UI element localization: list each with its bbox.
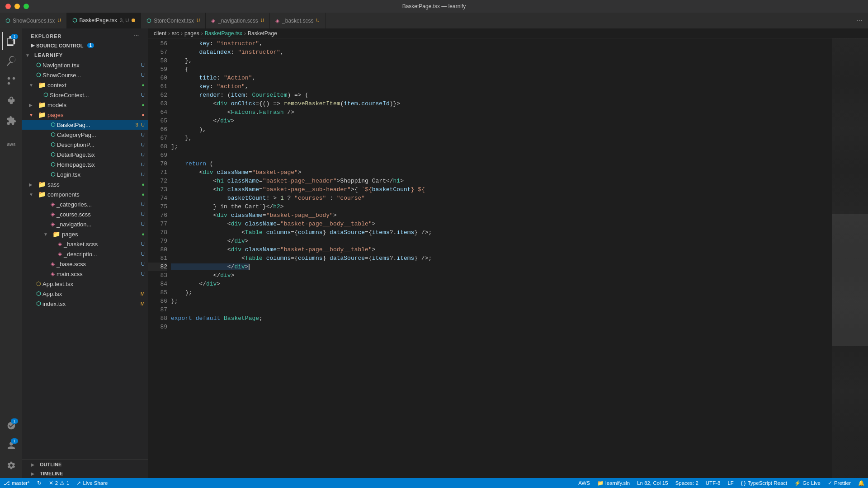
status-notifications[interactable]: 🔔	[854, 478, 868, 488]
source-control-section[interactable]: ▶ SOURCE CONTROL 1	[22, 41, 148, 50]
code-text[interactable]: key: "instructor", dataIndex: "instructo…	[171, 38, 832, 478]
breadcrumb-pages[interactable]: pages	[184, 30, 199, 37]
folder-label: sass	[47, 181, 60, 188]
tsx-icon: ⬡	[51, 161, 55, 168]
svg-point-0	[8, 82, 10, 85]
chevron-down-icon: ▼	[29, 192, 36, 197]
file-basketpage[interactable]: ⬡ BasketPag... 3, U	[22, 120, 148, 130]
status-errors[interactable]: ✕ 2 ⚠ 1	[45, 478, 73, 488]
scss-icon: ◈	[51, 271, 55, 277]
file-navigation-tsx[interactable]: ⬡ Navigation.tsx U	[22, 60, 148, 70]
status-encoding[interactable]: UTF-8	[702, 478, 724, 488]
folder-models[interactable]: ▶ 📁 models ●	[22, 100, 148, 110]
solution-name: learnify.sln	[605, 480, 630, 486]
folder-pages-sub[interactable]: ▼ 📁 pages ●	[22, 229, 148, 239]
tabs-actions: ⋯	[854, 15, 868, 26]
error-icon: ✕	[49, 480, 53, 486]
tab-basketpage[interactable]: ⬡ BasketPage.tsx 3, U	[67, 13, 142, 28]
explorer-badge: 1	[11, 34, 18, 39]
file-app-test[interactable]: ⬡ App.test.tsx	[22, 279, 148, 289]
status-language[interactable]: { } TypeScript React	[737, 478, 791, 488]
file-badge: U	[141, 271, 148, 277]
file-app-tsx[interactable]: ⬡ App.tsx M	[22, 289, 148, 299]
more-actions-icon[interactable]: ⋯	[134, 33, 139, 39]
status-golive[interactable]: ⚡ Go Live	[791, 478, 824, 488]
breadcrumb-src[interactable]: src	[172, 30, 179, 37]
activity-git[interactable]	[2, 72, 20, 90]
status-aws[interactable]: AWS	[575, 478, 594, 488]
folder-context[interactable]: ▼ 📁 context ●	[22, 80, 148, 90]
status-sync[interactable]: ↻	[33, 478, 45, 488]
file-label: _basket.scss	[64, 241, 98, 248]
file-label: Login.tsx	[57, 171, 80, 178]
status-liveshare[interactable]: ↗ Live Share	[73, 478, 111, 488]
maximize-button[interactable]	[24, 4, 29, 9]
breadcrumb-sep: ›	[244, 30, 246, 37]
file-badge: U	[141, 172, 148, 177]
status-line-ending[interactable]: LF	[724, 478, 737, 488]
activity-explorer[interactable]: 1	[2, 32, 20, 50]
breadcrumb-symbol[interactable]: BasketPage	[248, 30, 277, 37]
file-basket-scss[interactable]: ◈ _basket.scss U	[22, 239, 148, 249]
scss-icon: ◈	[51, 221, 55, 227]
file-homepage[interactable]: ⬡ Homepage.tsx U	[22, 160, 148, 169]
learnify-root[interactable]: ▼ LEARNIFY	[22, 50, 148, 60]
close-button[interactable]	[5, 4, 11, 9]
file-categorypage[interactable]: ⬡ CategoryPag... U	[22, 130, 148, 140]
tsx-icon: ⬡	[36, 62, 41, 68]
file-descriptionpage[interactable]: ⬡ DescriptionP... U	[22, 140, 148, 150]
folder-label: pages	[47, 112, 63, 118]
breadcrumb-file[interactable]: BasketPage.tsx	[205, 30, 242, 37]
tab-storecontext[interactable]: ⬡ StoreContext.tsx U	[141, 13, 206, 28]
folder-pages[interactable]: ▼ 📁 pages ●	[22, 110, 148, 120]
file-storecontext[interactable]: ⬡ StoreContext... U	[22, 90, 148, 100]
tab-basket-scss[interactable]: ◈ _basket.scss U	[270, 13, 326, 28]
file-main-scss[interactable]: ◈ main.scss U	[22, 269, 148, 279]
folder-label: models	[47, 102, 66, 108]
activity-search[interactable]	[2, 52, 20, 70]
tsx-icon: ⬡	[72, 17, 77, 23]
folder-sass[interactable]: ▶ 📁 sass ●	[22, 179, 148, 189]
tsx-icon: ⬡	[5, 18, 10, 24]
file-detailpage[interactable]: ⬡ DetailPage.tsx U	[22, 150, 148, 160]
split-editor-button[interactable]: ⋯	[854, 15, 864, 26]
activity-settings[interactable]	[2, 456, 20, 474]
file-label: index.tsx	[42, 300, 66, 307]
status-left: ⎇ master* ↻ ✕ 2 ⚠ 1 ↗ Live Share	[0, 478, 111, 488]
minimize-button[interactable]	[14, 4, 20, 9]
file-categories-scss[interactable]: ◈ _categories... U	[22, 199, 148, 209]
status-solution[interactable]: 📁 learnify.sln	[594, 478, 633, 488]
minimap-viewport[interactable]	[832, 214, 868, 346]
tab-navigation[interactable]: ◈ _navigation.scss U	[206, 13, 270, 28]
file-showcourse-tsx[interactable]: ⬡ ShowCourse... U	[22, 70, 148, 80]
tab-showcourses[interactable]: ⬡ ShowCourses.tsx U	[0, 13, 67, 28]
breadcrumb-client[interactable]: client	[154, 30, 166, 37]
file-index-tsx[interactable]: ⬡ index.tsx M	[22, 299, 148, 309]
file-description-scss[interactable]: ◈ _descriptio... U	[22, 249, 148, 259]
status-position[interactable]: Ln 82, Col 15	[633, 478, 671, 488]
activity-account[interactable]: 1	[2, 436, 20, 455]
aws-icon-container: aws	[2, 135, 20, 153]
file-course-scss[interactable]: ◈ _course.scss U	[22, 209, 148, 219]
folder-components[interactable]: ▼ 📁 components ●	[22, 189, 148, 199]
file-login[interactable]: ⬡ Login.tsx U	[22, 169, 148, 179]
activity-aws[interactable]: aws	[2, 135, 20, 153]
status-prettier[interactable]: ✓ Prettier	[824, 478, 854, 488]
aws-label: AWS	[578, 480, 590, 486]
activity-debug[interactable]	[2, 92, 20, 110]
file-badge: U	[141, 221, 148, 227]
file-label: DetailPage.tsx	[57, 151, 95, 158]
chevron-down-icon: ▼	[29, 83, 36, 88]
activity-remote[interactable]: 1	[2, 417, 20, 435]
position-text: Ln 82, Col 15	[637, 480, 668, 486]
status-branch[interactable]: ⎇ master*	[0, 478, 33, 488]
file-base-scss[interactable]: ◈ _base.scss U	[22, 259, 148, 269]
file-navigation-scss[interactable]: ◈ _navigation... U	[22, 219, 148, 229]
file-badge: U	[141, 202, 148, 207]
activity-extensions[interactable]	[2, 112, 20, 130]
outline-section[interactable]: ▶ OUTLINE	[22, 460, 148, 469]
activity-bottom: 1 1	[2, 417, 20, 474]
timeline-section[interactable]: ▶ TIMELINE	[22, 469, 148, 478]
status-spaces[interactable]: Spaces: 2	[672, 478, 702, 488]
folder-label: context	[47, 82, 66, 89]
